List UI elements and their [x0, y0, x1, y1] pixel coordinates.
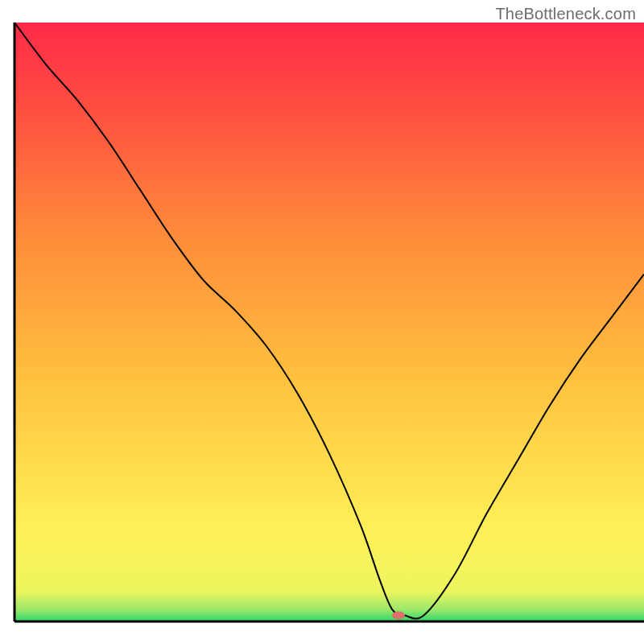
chart-svg [0, 0, 644, 644]
bottleneck-curve-chart [0, 0, 644, 644]
chart-background-gradient [14, 23, 644, 621]
watermark-text: TheBottleneck.com [495, 5, 636, 23]
optimal-point-marker [392, 612, 405, 620]
